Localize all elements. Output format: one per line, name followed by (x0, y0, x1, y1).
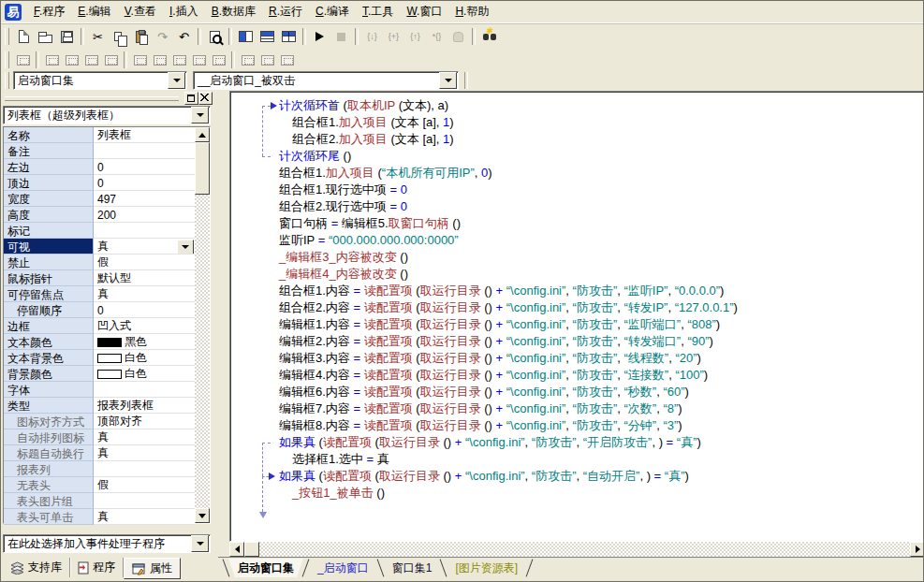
toolbar-grip[interactable] (5, 72, 9, 89)
scrollbar-thumb[interactable] (244, 542, 259, 557)
find-icon[interactable] (204, 26, 226, 47)
property-row[interactable]: 顶边0 (4, 175, 195, 191)
menu-item-编译[interactable]: C.编译 (309, 2, 356, 22)
component-selector-combobox[interactable]: 列表框（超级列表框） (3, 106, 211, 124)
stop-icon[interactable] (330, 26, 352, 47)
property-row[interactable]: 表头图片组 (4, 493, 195, 509)
panel-titlebar[interactable] (1, 91, 214, 104)
code-line[interactable]: 编辑框3.内容 = 读配置项 (取运行目录 () + “\config.ini”… (230, 350, 924, 367)
menu-item-帮助[interactable]: H.帮助 (448, 2, 495, 22)
undo-icon[interactable]: ↶ (173, 26, 195, 47)
document-tab-_启动窗口[interactable]: _启动窗口 (308, 559, 378, 577)
property-row[interactable]: 自动排列图标真 (4, 429, 195, 445)
property-value[interactable]: 0 (94, 159, 195, 175)
panel-gripper[interactable] (5, 96, 179, 101)
event-handler-combobox[interactable]: 在此处选择加入事件处理子程序 (3, 534, 211, 553)
property-row[interactable]: 类型报表列表框 (4, 398, 195, 414)
run-icon[interactable] (309, 26, 330, 47)
scroll-down-icon[interactable] (195, 508, 210, 523)
menu-item-查看[interactable]: V.查看 (118, 2, 163, 22)
redo-icon[interactable]: ↷ (152, 26, 173, 47)
cut-icon[interactable]: ✂ (87, 26, 109, 47)
step-into-icon[interactable]: {↓} (361, 26, 383, 47)
panel-close-button[interactable] (198, 92, 213, 105)
same-size-icon[interactable] (277, 51, 297, 68)
property-value[interactable]: 假 (94, 477, 195, 493)
layout-grid-icon[interactable] (278, 26, 300, 47)
property-row[interactable]: 背景颜色白色 (4, 366, 195, 382)
layout-vertical-icon[interactable] (235, 26, 257, 47)
property-row[interactable]: 可停留焦点真 (4, 286, 195, 302)
property-row[interactable]: 左边0 (4, 159, 195, 175)
chevron-down-icon[interactable] (439, 72, 457, 89)
chevron-down-icon[interactable] (168, 72, 185, 89)
code-line[interactable]: 组合框2.加入项目 (文本 [a], 1) (230, 131, 924, 148)
chevron-down-icon[interactable] (177, 240, 194, 255)
step-out-icon[interactable]: {↑} (404, 26, 426, 47)
code-line[interactable]: 编辑框4.内容 = 读配置项 (取运行目录 () + “\config.ini”… (230, 367, 924, 384)
property-row[interactable]: 表头可单击真 (4, 509, 195, 525)
code-lines[interactable]: 计次循环首 (取本机IP (文本), a)组合框1.加入项目 (文本 [a], … (230, 97, 924, 502)
property-value[interactable]: 0 (94, 302, 195, 318)
menu-item-插入[interactable]: I.插入 (163, 2, 205, 22)
code-line[interactable]: _编辑框4_内容被改变 () (230, 266, 924, 283)
scroll-left-icon[interactable] (229, 542, 244, 557)
code-line[interactable]: 窗口句柄 = 编辑框5.取窗口句柄 () (230, 215, 924, 232)
align-bottom-icon[interactable] (101, 51, 121, 68)
property-value[interactable] (94, 493, 195, 509)
property-row[interactable]: 可视真 (4, 239, 195, 255)
menu-item-工具[interactable]: T.工具 (356, 2, 400, 22)
open-file-icon[interactable] (35, 26, 56, 47)
property-value[interactable]: 列表框 (94, 127, 195, 143)
code-line[interactable]: 组合框1.现行选中项 = 0 (230, 182, 924, 198)
property-row[interactable]: 字体 (4, 382, 195, 398)
code-line[interactable]: 组合框1.加入项目 (文本 [a], 1) (230, 114, 924, 131)
scroll-right-icon[interactable] (910, 542, 924, 557)
new-file-icon[interactable] (13, 26, 35, 47)
space-across-icon[interactable] (169, 51, 189, 68)
property-value[interactable] (94, 461, 195, 477)
menu-item-运行[interactable]: R.运行 (262, 2, 309, 22)
align-right-icon[interactable] (62, 51, 81, 68)
property-value[interactable]: 真 (94, 239, 195, 255)
code-line[interactable]: 组合框1.内容 = 读配置项 (取运行目录 () + “\config.ini”… (230, 283, 924, 299)
menu-item-编辑[interactable]: E.编辑 (71, 2, 117, 22)
toolbar-grip[interactable] (5, 28, 9, 45)
step-over-icon[interactable]: {+} (383, 26, 404, 47)
layout-horizontal-icon[interactable] (257, 26, 278, 47)
property-value[interactable]: 白色 (94, 350, 195, 366)
panel-maximize-button[interactable] (184, 92, 198, 105)
code-editor[interactable]: 计次循环首 (取本机IP (文本), a)组合框1.加入项目 (文本 [a], … (229, 91, 924, 542)
panel-tab-支持库[interactable]: 支持库 (3, 558, 70, 577)
property-value[interactable] (94, 382, 195, 398)
property-value[interactable]: 报表列表框 (94, 398, 195, 414)
property-row[interactable]: 边框凹入式 (4, 318, 195, 334)
property-row[interactable]: 停留顺序0 (4, 302, 195, 318)
code-line[interactable]: 编辑框2.内容 = 读配置项 (取运行目录 () + “\config.ini”… (230, 333, 924, 350)
save-icon[interactable] (56, 26, 78, 47)
space-down-icon[interactable] (189, 51, 209, 68)
code-line[interactable]: 选择框1.选中 = 真 (230, 451, 924, 468)
code-line[interactable]: 监听IP = “000.000.000.000:0000” (230, 232, 924, 249)
property-row[interactable]: 文本背景色白色 (4, 350, 195, 366)
property-row[interactable]: 鼠标指针默认型 (4, 270, 195, 286)
document-tab-启动窗口集[interactable]: 启动窗口集 (228, 559, 303, 577)
property-value[interactable]: 假 (94, 255, 195, 270)
menu-item-窗口[interactable]: W.窗口 (400, 2, 448, 22)
copy-icon[interactable] (109, 26, 130, 47)
document-tab-图片资源表[interactable]: [图片资源表] (446, 559, 527, 577)
property-value[interactable]: 497 (94, 191, 195, 207)
chevron-down-icon[interactable] (191, 107, 209, 124)
property-row[interactable]: 禁止假 (4, 255, 195, 270)
property-value[interactable]: 真 (94, 286, 195, 302)
property-value[interactable]: 真 (94, 445, 195, 461)
toolbar-grip[interactable] (5, 51, 9, 68)
property-value[interactable] (94, 143, 195, 159)
same-height-icon[interactable] (257, 51, 277, 68)
event-sub-combobox[interactable]: __启动窗口_被双击 (193, 71, 459, 90)
code-line[interactable]: 如果真 (读配置项 (取运行目录 () + “\config.ini”, “防攻… (230, 468, 924, 485)
scroll-up-icon[interactable] (195, 127, 210, 142)
property-row[interactable]: 标题自动换行真 (4, 445, 195, 461)
center-vertical-icon[interactable] (150, 51, 169, 68)
center-horizontal-icon[interactable] (130, 51, 150, 68)
